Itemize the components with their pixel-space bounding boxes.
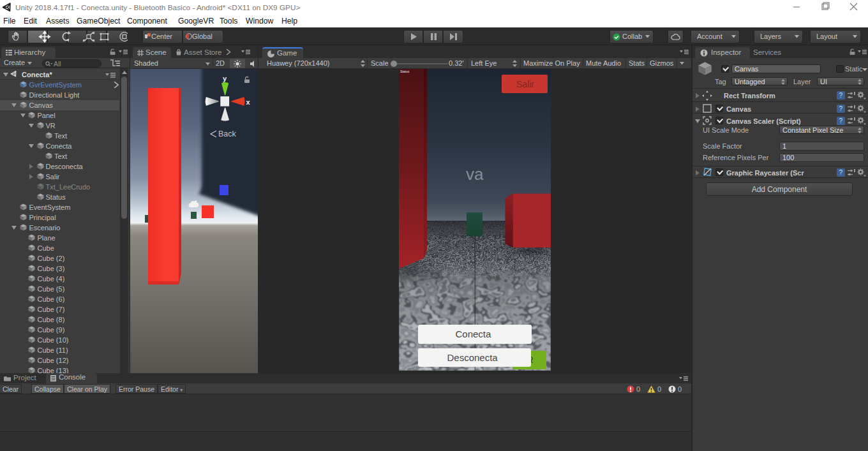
svg-text:?: ? bbox=[839, 92, 843, 99]
svg-text:y: y bbox=[223, 75, 227, 82]
svg-text:?: ? bbox=[839, 105, 843, 112]
svg-text:?: ? bbox=[839, 117, 843, 124]
svg-text:x: x bbox=[246, 98, 251, 106]
svg-text:?: ? bbox=[839, 169, 843, 176]
